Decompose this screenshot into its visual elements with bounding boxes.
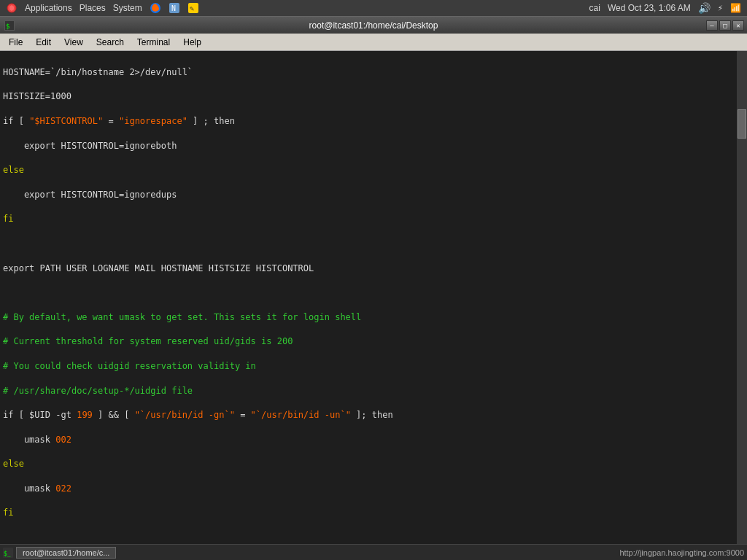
title-bar: $ root@itcast01:/home/cai/Desktop – □ ✕ (0, 16, 747, 34)
maximize-button[interactable]: □ (719, 20, 731, 31)
line-20 (3, 532, 734, 544)
taskbar-button[interactable]: root@itcast01:/home/c... (16, 547, 116, 559)
line-10 (3, 287, 734, 299)
volume-icon[interactable]: 🔊 (698, 2, 711, 14)
window-title: root@itcast01:/home/cai/Desktop (309, 20, 438, 31)
line-5: else (3, 164, 734, 176)
scrollbar[interactable] (737, 51, 747, 544)
line-19: fi (3, 507, 734, 519)
menu-bar: File Edit View Search Terminal Help (0, 34, 747, 51)
scrollbar-thumb[interactable] (738, 109, 746, 139)
system-menu[interactable]: System (113, 3, 142, 13)
close-button[interactable]: ✕ (732, 20, 744, 31)
status-url: http://jingpan.haojingting.com:9000 (619, 548, 744, 557)
bluetooth-icon[interactable]: ⚡ (718, 3, 723, 13)
icon2: N (169, 2, 180, 14)
terminal-taskbar-icon: $_ (3, 548, 13, 558)
minimize-button[interactable]: – (706, 20, 718, 31)
app-menu[interactable]: Applications (25, 3, 72, 13)
svg-text:✎: ✎ (190, 4, 194, 12)
line-11: # By default, we want umask to get set. … (3, 311, 734, 324)
menu-terminal[interactable]: Terminal (131, 36, 176, 49)
system-bar: Applications Places System N ✎ cai Wed O… (0, 0, 747, 16)
network-icon[interactable]: 📶 (730, 3, 741, 13)
line-2: HISTSIZE=1000 (3, 90, 734, 103)
line-17: else (3, 458, 734, 470)
datetime: Wed Oct 23, 1:06 AM (608, 3, 691, 13)
line-12: # Current threshold for system reserved … (3, 335, 734, 348)
line-4: export HISTCONTROL=ignoreboth (3, 140, 734, 152)
line-18: umask 022 (3, 483, 734, 495)
window-controls: – □ ✕ (706, 20, 744, 31)
line-7: fi (3, 213, 734, 225)
menu-file[interactable]: File (3, 36, 28, 49)
status-bar: $_ root@itcast01:/home/c... http://jingp… (0, 544, 747, 560)
terminal-content[interactable]: HOSTNAME=`/bin/hostname 2>/dev/null` HIS… (0, 51, 747, 544)
system-bar-right: cai Wed Oct 23, 1:06 AM 🔊 ⚡ 📶 (589, 2, 741, 14)
line-14: # /usr/share/doc/setup-*/uidgid file (3, 385, 734, 397)
places-menu[interactable]: Places (80, 3, 106, 13)
terminal-window: $ root@itcast01:/home/cai/Desktop – □ ✕ … (0, 16, 747, 560)
line-3: if [ "$HISTCONTROL" = "ignorespace" ] ; … (3, 115, 734, 128)
terminal-text[interactable]: HOSTNAME=`/bin/hostname 2>/dev/null` HIS… (0, 51, 737, 544)
line-13: # You could check uidgid reservation val… (3, 360, 734, 373)
svg-text:N: N (171, 4, 176, 12)
username: cai (589, 3, 600, 13)
terminal-icon: $ (4, 20, 15, 31)
menu-view[interactable]: View (58, 36, 89, 49)
svg-text:$_: $_ (4, 551, 11, 557)
line-9: export PATH USER LOGNAME MAIL HOSTNAME H… (3, 262, 734, 275)
line-15: if [ $UID -gt 199 ] && [ "`/usr/bin/id -… (3, 409, 734, 421)
system-bar-left: Applications Places System N ✎ (6, 2, 199, 14)
status-right: http://jingpan.haojingting.com:9000 (619, 548, 744, 557)
icon3: ✎ (187, 2, 199, 14)
status-left: $_ root@itcast01:/home/c... (3, 547, 116, 559)
menu-help[interactable]: Help (177, 36, 207, 49)
menu-search[interactable]: Search (90, 36, 130, 49)
line-6: export HISTCONTROL=ignoredups (3, 189, 734, 201)
line-8 (3, 238, 734, 250)
apps-icon (6, 2, 18, 14)
firefox-icon[interactable] (150, 2, 161, 14)
line-16: umask 002 (3, 434, 734, 446)
svg-text:$: $ (6, 23, 9, 30)
menu-edit[interactable]: Edit (30, 36, 57, 49)
line-1: HOSTNAME=`/bin/hostname 2>/dev/null` (3, 66, 734, 79)
